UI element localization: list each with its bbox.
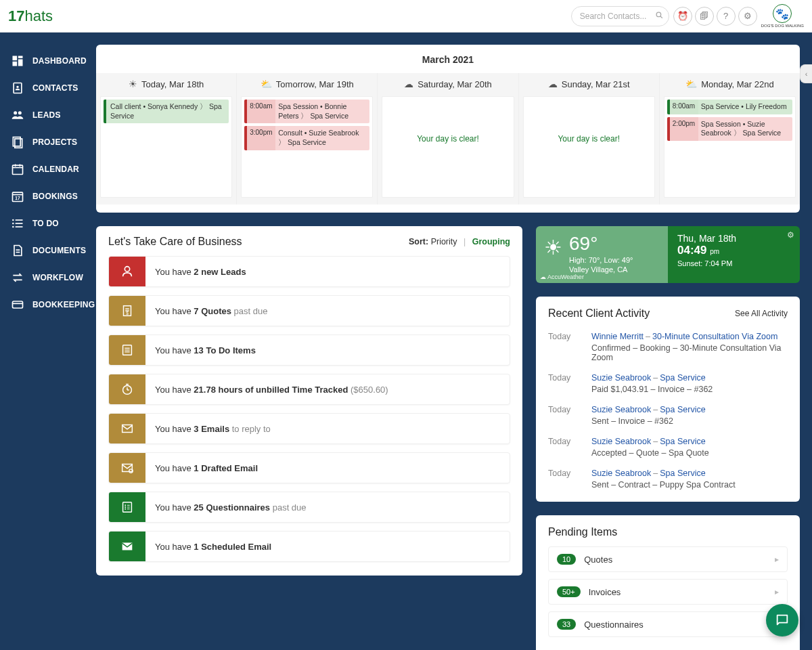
svg-point-22	[12, 219, 14, 221]
sidebar-item-calendar[interactable]: CALENDAR	[0, 156, 96, 183]
documents-icon	[11, 244, 24, 257]
svg-rect-12	[13, 165, 23, 174]
calendar-day: ☁Sunday, Mar 21stYour day is clear!	[518, 73, 659, 204]
brand-logo[interactable]: 17hats	[8, 7, 53, 25]
activity-detail-link[interactable]: Spa Service	[660, 373, 705, 383]
activity-row[interactable]: TodaySuzie Seabrook–Spa ServiceSent – Co…	[548, 463, 788, 495]
calendar-strip: March 2021 ☀Today, Mar 18thCall client •…	[96, 45, 800, 213]
pending-item[interactable]: 33Questionnaires▸	[548, 611, 788, 637]
activity-title: Recent Client Activity	[548, 307, 735, 320]
questionnaire-icon	[109, 492, 145, 522]
pending-title: Pending Items	[548, 526, 788, 538]
calendar-event[interactable]: Call client • Sonya Kennedy 〉 Spa Servic…	[104, 100, 229, 123]
weather-time: 04:49 pm	[677, 244, 790, 257]
pending-label: Questionnaires	[584, 620, 775, 630]
tile-text: You have 21.78 hours of unbilled Time Tr…	[145, 374, 510, 404]
tile-text: You have 13 To Do Items	[145, 335, 510, 365]
calendar-event[interactable]: 3:00pmConsult • Suzie Seabrook 〉 Spa Ser…	[244, 126, 369, 150]
sidebar-item-todo[interactable]: TO DO	[0, 210, 96, 237]
settings-icon[interactable]: ⚙	[738, 7, 757, 26]
sidebar-item-label: BOOKKEEPING	[32, 300, 95, 309]
lead-icon	[109, 257, 145, 286]
activity-row[interactable]: TodaySuzie Seabrook–Spa ServiceSent – In…	[548, 399, 788, 431]
activity-client-link[interactable]: Suzie Seabrook	[591, 373, 651, 383]
weather-temp: 69°	[569, 233, 633, 255]
pending-item[interactable]: 10Quotes▸	[548, 546, 788, 572]
chat-launcher[interactable]	[766, 604, 798, 636]
projects-icon	[11, 135, 24, 149]
sidebar-item-dashboard[interactable]: DASHBOARD	[0, 47, 96, 74]
sidebar-item-projects[interactable]: PROJECTS	[0, 129, 96, 156]
business-tile[interactable]: You have 3 Emails to reply to	[108, 413, 510, 444]
calendar-icon	[11, 162, 24, 176]
sidebar-item-label: WORKFLOW	[32, 273, 83, 282]
activity-client-link[interactable]: Suzie Seabrook	[591, 405, 651, 414]
svg-point-47	[125, 506, 126, 508]
sidebar-item-bookings[interactable]: 17BOOKINGS	[0, 183, 96, 210]
activity-row[interactable]: TodaySuzie Seabrook–Spa ServiceAccepted …	[548, 431, 788, 463]
weather-mini-icon: ☁	[404, 79, 413, 89]
business-tile[interactable]: $You have 7 Quotes past due	[108, 295, 510, 326]
weather-widget: ☀ 69° High: 70°, Low: 49° Valley Village…	[536, 226, 800, 283]
business-tile[interactable]: You have 1 Scheduled Email	[108, 531, 510, 562]
calendar-day-head: ☁Saturday, Mar 20th	[378, 73, 518, 96]
pending-item[interactable]: 50+Invoices▸	[548, 579, 788, 605]
activity-client-link[interactable]: Winnie Merritt	[591, 332, 644, 341]
business-tile[interactable]: You have 1 Drafted Email	[108, 452, 510, 483]
activity-detail-link[interactable]: Spa Service	[660, 469, 705, 478]
todo-icon	[109, 335, 145, 365]
activity-client-link[interactable]: Suzie Seabrook	[591, 437, 651, 446]
sidebar-item-label: DOCUMENTS	[32, 246, 86, 255]
documents-icon[interactable]: 🗐	[695, 7, 714, 26]
activity-row[interactable]: TodayWinnie Merritt–30-Minute Consultati…	[548, 326, 788, 368]
dashboard-icon	[11, 54, 24, 68]
activity-detail-link[interactable]: Spa Service	[660, 437, 705, 446]
business-tile[interactable]: You have 2 new Leads	[108, 256, 510, 287]
activity-row[interactable]: TodaySuzie Seabrook–Spa ServicePaid $1,0…	[548, 368, 788, 399]
tile-text: You have 1 Scheduled Email	[145, 532, 510, 561]
day-clear-text: Your day is clear!	[524, 134, 654, 144]
help-icon[interactable]: ?	[717, 7, 736, 26]
account-avatar[interactable]: 🐾 DOG'S DOG WALKING	[761, 4, 804, 28]
weather-location: Valley Village, CA	[569, 265, 633, 274]
time-icon	[109, 374, 145, 404]
search-icon[interactable]	[655, 11, 664, 22]
svg-rect-4	[18, 60, 23, 66]
collapse-handle[interactable]: ‹	[800, 64, 812, 83]
calendar-day: ⛅Monday, Mar 22nd8:00amSpa Service • Lil…	[659, 73, 800, 204]
calendar-event[interactable]: 8:00amSpa Service • Lily Freedom	[667, 100, 792, 114]
sidebar-item-contacts[interactable]: CONTACTS	[0, 74, 96, 102]
sidebar-item-documents[interactable]: DOCUMENTS	[0, 237, 96, 264]
quote-icon: $	[109, 296, 145, 326]
reminder-icon[interactable]: ⏰	[673, 7, 692, 26]
tile-text: You have 7 Quotes past due	[145, 296, 510, 326]
business-tile[interactable]: You have 13 To Do Items	[108, 334, 510, 366]
sidebar-item-label: BOOKINGS	[32, 192, 78, 201]
weather-sunset: Sunset: 7:04 PM	[677, 259, 790, 267]
tile-text: You have 25 Questionnaires past due	[145, 492, 510, 522]
see-all-activity-link[interactable]: See All Activity	[735, 309, 788, 318]
day-clear-text: Your day is clear!	[382, 134, 513, 144]
calendar-day-head: ☀Today, Mar 18th	[96, 73, 236, 96]
svg-point-23	[12, 223, 14, 225]
mail-icon	[109, 414, 145, 443]
calendar-event[interactable]: 8:00amSpa Session • Bonnie Peters 〉 Spa …	[244, 100, 369, 123]
sidebar-item-leads[interactable]: LEADS	[0, 102, 96, 129]
svg-rect-27	[13, 301, 23, 308]
sidebar-item-label: LEADS	[32, 110, 61, 120]
business-tile[interactable]: You have 25 Questionnaires past due	[108, 492, 510, 523]
calendar-event[interactable]: 2:00pmSpa Session • Suzie Seabrook 〉 Spa…	[667, 117, 792, 141]
activity-client-link[interactable]: Suzie Seabrook	[591, 469, 651, 478]
weather-settings-icon[interactable]: ⚙	[787, 230, 794, 240]
sidebar-item-bookkeeping[interactable]: BOOKKEEPING	[0, 291, 96, 318]
activity-detail-link[interactable]: Spa Service	[660, 405, 705, 414]
svg-point-48	[125, 508, 126, 510]
workflow-icon	[11, 271, 24, 284]
sort-toggle[interactable]: Sort: Priority | Grouping	[409, 237, 510, 246]
sidebar-item-workflow[interactable]: WORKFLOW	[0, 264, 96, 291]
activity-detail-link[interactable]: 30-Minute Consultation Via Zoom	[652, 332, 777, 341]
svg-text:$: $	[126, 311, 129, 316]
weather-mini-icon: ⛅	[261, 79, 272, 89]
calendar-day: ⛅Tomorrow, Mar 19th8:00amSpa Session • B…	[236, 73, 377, 204]
business-tile[interactable]: You have 21.78 hours of unbilled Time Tr…	[108, 374, 510, 405]
